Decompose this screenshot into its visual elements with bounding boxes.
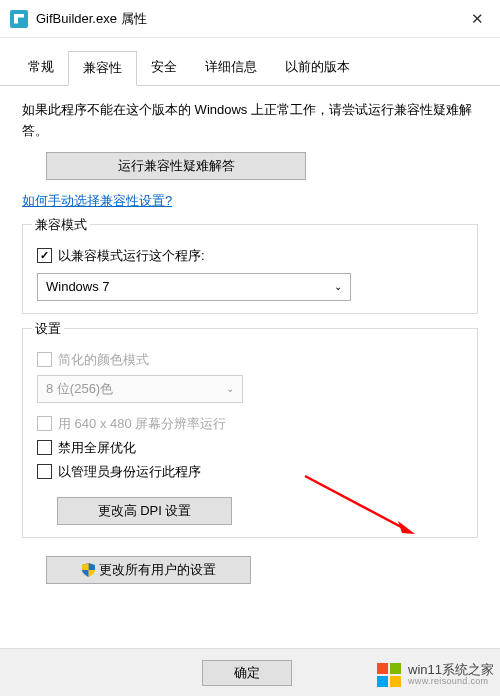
chevron-down-icon: ⌄ — [226, 383, 234, 394]
compat-mode-label: 以兼容模式运行这个程序: — [58, 247, 205, 265]
change-all-users-label: 更改所有用户的设置 — [99, 561, 216, 579]
settings-group: 设置 简化的颜色模式 8 位(256)色 ⌄ 用 640 x 480 屏幕分辨率… — [22, 328, 478, 538]
disable-fullscreen-row: 禁用全屏优化 — [37, 439, 463, 457]
change-all-users-button[interactable]: 更改所有用户的设置 — [46, 556, 251, 584]
lowres-label: 用 640 x 480 屏幕分辨率运行 — [58, 415, 226, 433]
manual-settings-link[interactable]: 如何手动选择兼容性设置? — [22, 192, 172, 210]
run-as-admin-row: 以管理员身份运行此程序 — [37, 463, 463, 481]
shield-icon — [82, 563, 95, 577]
reduced-color-checkbox[interactable] — [37, 352, 52, 367]
compat-os-select[interactable]: Windows 7 ⌄ — [37, 273, 351, 301]
disable-fullscreen-checkbox[interactable] — [37, 440, 52, 455]
tab-details[interactable]: 详细信息 — [191, 51, 271, 86]
app-icon — [10, 10, 28, 28]
lowres-checkbox[interactable] — [37, 416, 52, 431]
tab-content: 如果此程序不能在这个版本的 Windows 上正常工作，请尝试运行兼容性疑难解答… — [0, 86, 500, 594]
compat-os-value: Windows 7 — [46, 279, 110, 294]
compat-mode-group: 兼容模式 以兼容模式运行这个程序: Windows 7 ⌄ — [22, 224, 478, 314]
reduced-color-label: 简化的颜色模式 — [58, 351, 149, 369]
reduced-color-row: 简化的颜色模式 — [37, 351, 463, 369]
tab-previous-versions[interactable]: 以前的版本 — [271, 51, 364, 86]
dialog-footer: 确定 取消 应用 — [0, 648, 500, 696]
tab-security[interactable]: 安全 — [137, 51, 191, 86]
compat-mode-legend: 兼容模式 — [32, 216, 90, 234]
change-dpi-button[interactable]: 更改高 DPI 设置 — [57, 497, 232, 525]
reduced-color-value: 8 位(256)色 — [46, 380, 113, 398]
intro-text: 如果此程序不能在这个版本的 Windows 上正常工作，请尝试运行兼容性疑难解答… — [22, 100, 478, 142]
run-as-admin-checkbox[interactable] — [37, 464, 52, 479]
disable-fullscreen-label: 禁用全屏优化 — [58, 439, 136, 457]
tab-compatibility[interactable]: 兼容性 — [68, 51, 137, 86]
tab-bar: 常规 兼容性 安全 详细信息 以前的版本 — [0, 38, 500, 86]
close-button[interactable]: ✕ — [454, 0, 500, 38]
titlebar: GifBuilder.exe 属性 ✕ — [0, 0, 500, 38]
run-as-admin-label: 以管理员身份运行此程序 — [58, 463, 201, 481]
window-title: GifBuilder.exe 属性 — [36, 10, 454, 28]
compat-mode-checkbox[interactable] — [37, 248, 52, 263]
reduced-color-select: 8 位(256)色 ⌄ — [37, 375, 243, 403]
compat-mode-row: 以兼容模式运行这个程序: — [37, 247, 463, 265]
run-troubleshooter-button[interactable]: 运行兼容性疑难解答 — [46, 152, 306, 180]
ok-button[interactable]: 确定 — [202, 660, 292, 686]
lowres-row: 用 640 x 480 屏幕分辨率运行 — [37, 415, 463, 433]
tab-general[interactable]: 常规 — [14, 51, 68, 86]
chevron-down-icon: ⌄ — [334, 281, 342, 292]
settings-legend: 设置 — [32, 320, 64, 338]
